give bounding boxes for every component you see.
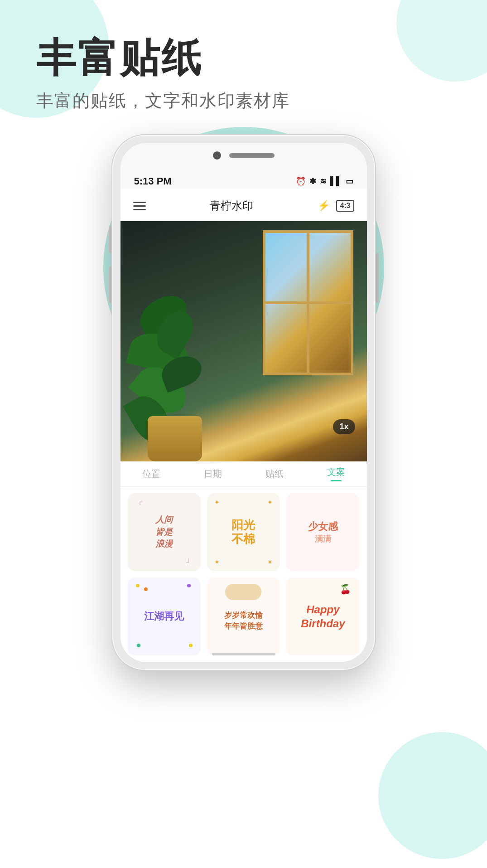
sticker-romantic-text: 人间皆是浪漫 <box>155 514 173 550</box>
sparkle-icon-3: ✦ <box>214 558 220 566</box>
sticker-blessing[interactable]: 岁岁常欢愉年年皆胜意 <box>207 577 280 655</box>
speaker-icon <box>229 153 275 158</box>
side-button-volume-down <box>109 267 112 303</box>
phone-shell: 5:13 PM ⏰ ✱ ≋ ▌▌ ▭ <box>112 135 375 670</box>
sticker-birthday[interactable]: 🍒 HappyBirthday <box>286 577 359 655</box>
ratio-badge[interactable]: 4:3 <box>336 200 354 212</box>
sticker-blessing-text: 岁岁常欢愉年年皆胜意 <box>224 610 263 632</box>
alarm-icon: ⏰ <box>296 176 306 186</box>
sticker-girl-text: 少女感 <box>308 520 338 533</box>
home-indicator <box>212 653 275 655</box>
sticker-birthday-text: HappyBirthday <box>301 602 345 630</box>
cloud-decoration <box>225 584 261 600</box>
page-main-title: 丰富贴纸 <box>36 36 451 80</box>
signal-icon: ▌▌ <box>330 176 342 186</box>
zoom-badge[interactable]: 1x <box>333 419 355 434</box>
cherry-icon: 🍒 <box>340 584 351 595</box>
window-in-photo <box>263 230 353 375</box>
menu-line-3 <box>133 209 146 210</box>
nav-right-actions: ⚡ 4:3 <box>318 200 354 212</box>
confetti-dot-2 <box>144 587 148 591</box>
confetti-dot-3 <box>187 584 191 587</box>
side-button-volume-up <box>109 226 112 253</box>
flash-icon[interactable]: ⚡ <box>318 200 330 212</box>
menu-line-1 <box>133 202 146 203</box>
hamburger-menu-icon[interactable] <box>133 202 146 210</box>
status-icons: ⏰ ✱ ≋ ▌▌ ▭ <box>296 176 353 186</box>
sticker-jianghu[interactable]: 江湖再见 <box>128 577 201 655</box>
page-sub-title: 丰富的贴纸，文字和水印素材库 <box>36 89 451 112</box>
header-section: 丰富贴纸 丰富的贴纸，文字和水印素材库 <box>0 0 487 121</box>
phone-screen: 5:13 PM ⏰ ✱ ≋ ▌▌ ▭ <box>121 143 367 662</box>
page-content: 丰富贴纸 丰富的贴纸，文字和水印素材库 5:13 PM <box>0 0 487 670</box>
tab-sticker[interactable]: 贴纸 <box>258 464 291 484</box>
tab-text[interactable]: 文案 <box>320 462 352 485</box>
sparkle-icon-2: ✦ <box>267 499 273 506</box>
sticker-romantic[interactable]: 「 人间皆是浪漫 」 <box>128 493 201 571</box>
app-navbar: 青柠水印 ⚡ 4:3 <box>121 191 367 221</box>
sticker-grid: 「 人间皆是浪漫 」 ✦ ✦ ✦ ✦ 阳光不棉 <box>121 487 367 662</box>
app-title: 青柠水印 <box>210 199 253 213</box>
bluetooth-icon: ✱ <box>309 176 316 186</box>
sticker-sunshine-text: 阳光不棉 <box>231 518 255 546</box>
sticker-sunshine[interactable]: ✦ ✦ ✦ ✦ 阳光不棉 <box>207 493 280 571</box>
tab-location[interactable]: 位置 <box>135 464 168 484</box>
status-time: 5:13 PM <box>134 175 172 187</box>
photo-area: 1x <box>121 221 367 461</box>
sparkle-icon-4: ✦ <box>267 558 273 566</box>
battery-icon: ▭ <box>346 176 353 186</box>
phone-sensors <box>213 151 275 160</box>
sticker-tab-bar: 位置 日期 贴纸 文案 <box>121 461 367 487</box>
front-camera-icon <box>213 151 221 160</box>
quote-left-icon: 「 <box>135 499 143 510</box>
photo-background: 1x <box>121 221 367 461</box>
wifi-icon: ≋ <box>320 176 327 186</box>
confetti-dot-5 <box>189 644 193 647</box>
tab-date[interactable]: 日期 <box>197 464 229 484</box>
menu-line-2 <box>133 205 146 207</box>
phone-mockup: 5:13 PM ⏰ ✱ ≋ ▌▌ ▭ <box>112 135 375 670</box>
quote-right-icon: 」 <box>185 554 193 565</box>
confetti-dot-4 <box>137 644 140 647</box>
sticker-jianghu-text: 江湖再见 <box>144 610 184 623</box>
sticker-girl-sub: 满满 <box>308 533 338 544</box>
side-button-power <box>375 253 379 303</box>
status-bar: 5:13 PM ⏰ ✱ ≋ ▌▌ ▭ <box>121 171 367 191</box>
confetti-dot-1 <box>136 584 140 587</box>
plant-decoration <box>125 289 225 461</box>
bg-blob-bottom-right <box>378 732 487 859</box>
sticker-girl-power[interactable]: 少女感 满满 <box>286 493 359 571</box>
sparkle-icon-1: ✦ <box>214 499 220 506</box>
